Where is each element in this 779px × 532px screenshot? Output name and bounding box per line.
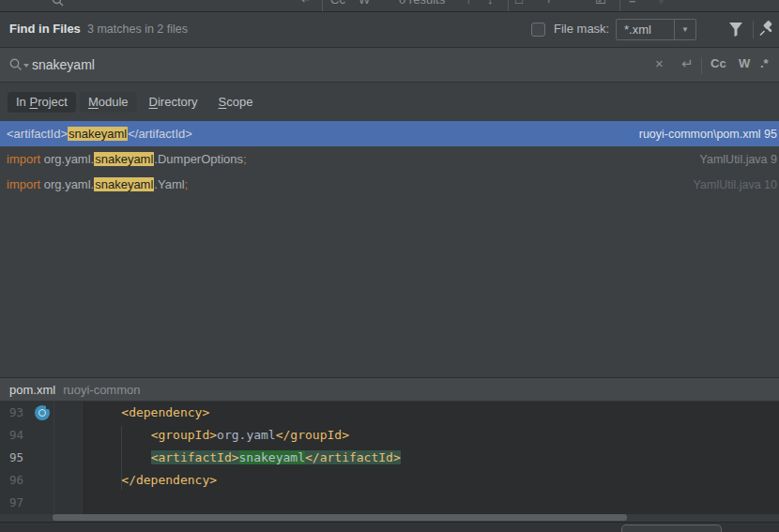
indent-guide <box>121 426 122 490</box>
code-text: </dependency> <box>92 469 217 492</box>
preview-file-name: pom.xml <box>9 383 55 397</box>
scope-tab-in-project[interactable]: In Project <box>8 92 76 113</box>
regex-icon[interactable]: * <box>387 0 391 7</box>
filter-lines-icon[interactable]: ≡ <box>629 0 636 7</box>
code-token: <groupId> <box>151 428 217 442</box>
search-history-caret-icon[interactable] <box>23 64 29 68</box>
words-icon[interactable]: W <box>359 0 370 7</box>
divider <box>508 0 509 12</box>
divider <box>619 0 620 12</box>
snippet-token: org.yaml. <box>40 177 94 191</box>
snippet-token: snakeyaml <box>68 127 128 141</box>
code-line[interactable]: 96 </dependency> <box>0 469 779 492</box>
horizontal-scrollbar[interactable] <box>0 514 779 522</box>
code-token: <artifactId> <box>151 450 239 464</box>
filter-icon[interactable] <box>727 22 744 38</box>
scope-tab-module[interactable]: Module <box>80 92 137 113</box>
select-occurrences-icon[interactable]: □ <box>515 0 523 7</box>
divider <box>753 21 754 38</box>
code-lines: 93 <dependency>94 <groupId>org.yaml</gro… <box>0 402 779 514</box>
preview-module-name: ruoyi-common <box>63 383 140 397</box>
search-icon <box>9 58 23 71</box>
overlay-triangle-icon[interactable]: ▼ <box>654 0 668 8</box>
next-occurrence-icon[interactable]: ↓ <box>487 0 494 7</box>
underlying-window-bottom <box>0 522 779 532</box>
snippet-token: ; <box>243 152 247 166</box>
code-token <box>92 473 121 487</box>
scrollbar-thumb[interactable] <box>53 514 627 521</box>
pin-icon[interactable] <box>758 20 776 38</box>
code-line[interactable]: 97 <box>0 492 779 514</box>
result-file-location: ruoyi-common\pom.xml 95 <box>639 128 777 141</box>
snippet-token: import <box>7 152 40 166</box>
code-text: <artifactId>snakeyaml</artifactId> <box>92 447 401 469</box>
add-occurrence-icon[interactable]: + <box>545 0 553 7</box>
divider <box>322 0 323 12</box>
snippet-token: org.yaml. <box>40 152 94 166</box>
code-preview: 93 <dependency>94 <groupId>org.yaml</gro… <box>0 402 779 522</box>
search-input[interactable] <box>32 53 520 76</box>
match-summary: 3 matches in 2 files <box>87 23 188 36</box>
words-toggle[interactable]: W <box>739 56 750 70</box>
line-number: 94 <box>9 424 23 447</box>
match-case-icon[interactable]: Cc <box>330 0 345 7</box>
match-case-toggle[interactable]: Cc <box>710 56 726 70</box>
snippet-token: ; <box>185 177 189 191</box>
find-in-files-dialog: ↵CcW*0 results↑↓□+−☑≡▼ Find in Files 3 m… <box>0 0 779 532</box>
code-token: org.yaml <box>217 428 276 442</box>
chevron-down-icon: ▼ <box>681 25 689 34</box>
dialog-panel: Find in Files 3 matches in 2 files File … <box>0 12 779 522</box>
search-icon <box>52 0 64 7</box>
line-number: 96 <box>9 469 23 492</box>
result-snippet: import org.yaml.snakeyaml.Yaml; <box>7 177 694 191</box>
prev-occurrence-icon[interactable]: ↑ <box>466 0 472 7</box>
line-number: 97 <box>9 492 23 514</box>
results-count[interactable]: 0 results <box>399 0 445 7</box>
file-mask-value: *.xml <box>624 23 651 37</box>
result-row[interactable]: import org.yaml.snakeyaml.DumperOptions;… <box>0 146 779 172</box>
gutter-dependency-icon[interactable] <box>35 405 50 420</box>
code-token: <dependency> <box>121 405 209 419</box>
result-row[interactable]: <artifactId>snakeyaml</artifactId>ruoyi-… <box>0 121 779 146</box>
clear-search-icon[interactable]: × <box>655 55 664 71</box>
results-list: <artifactId>snakeyaml</artifactId>ruoyi-… <box>0 121 779 197</box>
scope-tab-scope[interactable]: Scope <box>210 92 262 113</box>
code-line[interactable]: 94 <groupId>org.yaml</groupId> <box>0 424 779 447</box>
regex-toggle[interactable]: .* <box>760 56 769 70</box>
insert-newline-icon[interactable]: ↵ <box>681 55 694 72</box>
code-text: <groupId>org.yaml</groupId> <box>92 424 349 447</box>
remove-occurrence-icon[interactable]: − <box>571 0 578 7</box>
divider <box>701 57 702 74</box>
select-all-icon[interactable]: ☑ <box>595 0 606 7</box>
file-mask-label: File mask: <box>554 22 609 36</box>
underlying-button-fragment <box>621 524 722 532</box>
preview-header: pom.xml ruoyi-common <box>0 377 779 402</box>
code-token <box>92 405 121 419</box>
result-row[interactable]: import org.yaml.snakeyaml.Yaml;YamlUtil.… <box>0 172 779 197</box>
code-line[interactable]: 95 <artifactId>snakeyaml</artifactId> <box>0 447 779 469</box>
newline-icon[interactable]: ↵ <box>301 0 312 7</box>
code-line[interactable]: 93 <dependency> <box>0 402 779 424</box>
snippet-token: import <box>7 177 40 191</box>
file-mask-combobox[interactable]: *.xml ▼ <box>616 19 696 40</box>
file-mask-dropdown-button[interactable]: ▼ <box>674 20 695 39</box>
code-token: snakeyaml <box>239 450 305 464</box>
file-mask-checkbox[interactable] <box>531 23 545 37</box>
snippet-token: snakeyaml <box>94 152 154 166</box>
code-text: <dependency> <box>92 402 209 424</box>
result-snippet: <artifactId>snakeyaml</artifactId> <box>7 127 639 141</box>
snippet-token: <artifactId> <box>7 127 68 141</box>
result-file-location: YamlUtil.java 9 <box>700 153 777 166</box>
code-token: </dependency> <box>121 473 217 487</box>
code-token: </artifactId> <box>305 450 401 464</box>
underlying-editor-toolbar: ↵CcW*0 results↑↓□+−☑≡▼ <box>0 0 779 12</box>
snippet-token: .Yaml <box>154 177 184 191</box>
snippet-token: </artifactId> <box>128 127 192 141</box>
result-file-location: YamlUtil.java 10 <box>694 178 777 191</box>
scope-selector: In ProjectModuleDirectoryScope <box>0 83 779 121</box>
line-number: 95 <box>9 447 23 469</box>
result-snippet: import org.yaml.snakeyaml.DumperOptions; <box>7 152 700 166</box>
dialog-title: Find in Files <box>9 22 81 36</box>
snippet-token: snakeyaml <box>94 177 154 191</box>
scope-tab-directory[interactable]: Directory <box>141 92 206 113</box>
